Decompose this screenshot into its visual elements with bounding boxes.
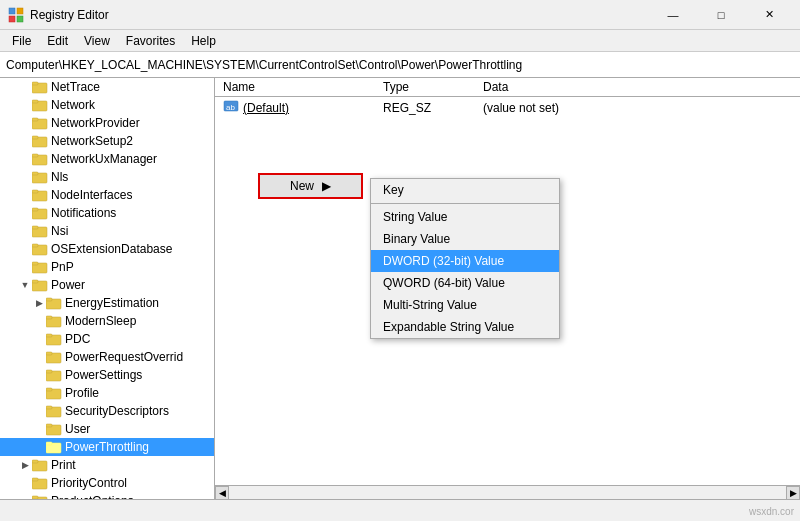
tree-label: Profile [65,386,99,400]
tree-label: PDC [65,332,90,346]
ctx-item-expandable-string-value[interactable]: Expandable String Value [371,316,559,338]
scroll-track [229,488,786,498]
new-button-label: New [290,179,314,193]
expand-arrow-power[interactable] [18,278,32,292]
tree-label: NetworkProvider [51,116,140,130]
svg-rect-5 [32,82,38,85]
tree-item-networkuxmanager[interactable]: NetworkUxManager [0,150,214,168]
new-button[interactable]: New ▶ [258,173,363,199]
expand-arrow[interactable] [18,458,32,472]
folder-icon [32,134,48,148]
tree-item-network[interactable]: Network [0,96,214,114]
svg-rect-23 [32,244,38,247]
tree-item-prioritycontrol[interactable]: PriorityControl [0,474,214,492]
tree-item-pnp[interactable]: PnP [0,258,214,276]
folder-icon [46,314,62,328]
tree-item-modernsleep[interactable]: ModernSleep [0,312,214,330]
ctx-item-binary-value-label: Binary Value [383,232,450,246]
svg-rect-49 [32,478,38,481]
folder-icon [46,350,62,364]
ctx-item-qword-value[interactable]: QWORD (64-bit) Value [371,272,559,294]
right-pane: Name Type Data ab [215,78,800,499]
tree-item-networksetup2[interactable]: NetworkSetup2 [0,132,214,150]
menu-file[interactable]: File [4,32,39,50]
folder-icon [32,206,48,220]
ctx-item-string-value[interactable]: String Value [371,206,559,228]
main-area: NetTrace Network NetworkProvider Network… [0,78,800,499]
expand-arrow [18,476,32,490]
ctx-item-dword-value-label: DWORD (32-bit) Value [383,254,504,268]
tree-item-pdc[interactable]: PDC [0,330,214,348]
tree-item-networkprovider[interactable]: NetworkProvider [0,114,214,132]
ctx-item-key[interactable]: Key [371,179,559,201]
folder-icon [32,188,48,202]
ctx-item-expandable-string-value-label: Expandable String Value [383,320,514,334]
svg-rect-0 [9,8,15,14]
expand-arrow [18,134,32,148]
svg-rect-41 [46,406,52,409]
ctx-item-multi-string-value[interactable]: Multi-String Value [371,294,559,316]
tree-item-osextensiondatabase[interactable]: OSExtensionDatabase [0,240,214,258]
tree-item-energyestimation[interactable]: EnergyEstimation [0,294,214,312]
tree-item-profile[interactable]: Profile [0,384,214,402]
status-bar [0,499,800,521]
tree-item-notifications[interactable]: Notifications [0,204,214,222]
expand-arrow [32,350,46,364]
tree-item-nettrace[interactable]: NetTrace [0,78,214,96]
tree-item-powerrequestoverrid[interactable]: PowerRequestOverrid [0,348,214,366]
table-row[interactable]: ab (Default) REG_SZ (value not set) [215,97,800,119]
folder-icon [46,332,62,346]
close-button[interactable]: ✕ [746,0,792,30]
tree-item-powersettings[interactable]: PowerSettings [0,366,214,384]
svg-rect-29 [46,298,52,301]
tree-label: PowerRequestOverrid [65,350,183,364]
tree-item-user[interactable]: User [0,420,214,438]
tree-label: PowerSettings [65,368,142,382]
folder-icon [32,116,48,130]
maximize-button[interactable]: □ [698,0,744,30]
svg-rect-47 [32,460,38,463]
expand-arrow [18,98,32,112]
tree-item-print[interactable]: Print [0,456,214,474]
ctx-item-string-value-label: String Value [383,210,447,224]
tree-item-power[interactable]: Power [0,276,214,294]
svg-rect-25 [32,262,38,265]
expand-arrow [18,494,32,499]
tree-label: NodeInterfaces [51,188,132,202]
menu-edit[interactable]: Edit [39,32,76,50]
horizontal-scrollbar[interactable]: ◀ ▶ [215,485,800,499]
menu-view[interactable]: View [76,32,118,50]
minimize-button[interactable]: — [650,0,696,30]
tree-label: Nsi [51,224,68,238]
title-bar: Registry Editor — □ ✕ [0,0,800,30]
ctx-separator-1 [371,203,559,204]
folder-icon [46,386,62,400]
tree-label: User [65,422,90,436]
svg-rect-7 [32,100,38,103]
folder-icon [32,242,48,256]
ctx-item-dword-value[interactable]: DWORD (32-bit) Value [371,250,559,272]
tree-item-securitydescriptors[interactable]: SecurityDescriptors [0,402,214,420]
ctx-item-binary-value[interactable]: Binary Value [371,228,559,250]
tree-label: NetworkSetup2 [51,134,133,148]
folder-icon [32,278,48,292]
menu-help[interactable]: Help [183,32,224,50]
svg-rect-11 [32,136,38,139]
address-path: Computer\HKEY_LOCAL_MACHINE\SYSTEM\Curre… [6,58,522,72]
svg-rect-13 [32,154,38,157]
app-icon [8,7,24,23]
scroll-right-button[interactable]: ▶ [786,486,800,500]
expand-arrow [18,152,32,166]
folder-icon [32,80,48,94]
tree-item-nsi[interactable]: Nsi [0,222,214,240]
context-submenu: Key String Value Binary Value DWORD (32-… [370,178,560,339]
col-header-name: Name [215,78,375,97]
scroll-left-button[interactable]: ◀ [215,486,229,500]
menu-favorites[interactable]: Favorites [118,32,183,50]
tree-item-nls[interactable]: Nls [0,168,214,186]
tree-item-powerthrottling[interactable]: PowerThrottling [0,438,214,456]
tree-item-nodeinterfaces[interactable]: NodeInterfaces [0,186,214,204]
tree-pane[interactable]: NetTrace Network NetworkProvider Network… [0,78,215,499]
tree-item-productoptions[interactable]: ProductOptions [0,492,214,499]
expand-arrow[interactable] [32,296,46,310]
